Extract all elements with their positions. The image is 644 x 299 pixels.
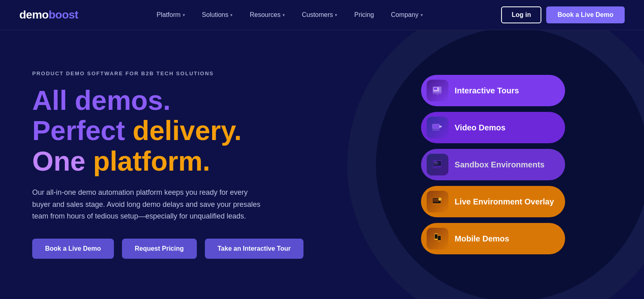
svg-rect-17 xyxy=(433,198,439,202)
hero-description: Our all-in-one demo automation platform … xyxy=(32,187,266,223)
hero-right: Interactive Tours Video Demos xyxy=(354,30,644,299)
demo-card-live-overlay[interactable]: ! Live Environment Overlay xyxy=(421,186,566,217)
logo-demo: demo xyxy=(19,8,49,21)
nav-platform[interactable]: Platform ▾ xyxy=(150,8,192,22)
svg-rect-25 xyxy=(438,236,441,240)
hero-heading: All demos. Perfect delivery. One platfor… xyxy=(32,86,322,177)
svg-point-26 xyxy=(439,241,440,241)
nav-company[interactable]: Company ▾ xyxy=(384,8,429,22)
hero-section: PRODUCT DEMO SOFTWARE FOR B2B TECH SOLUT… xyxy=(0,30,644,299)
svg-rect-2 xyxy=(434,88,437,90)
nav-links: Platform ▾ Solutions ▾ Resources ▾ Custo… xyxy=(150,8,429,22)
demo-card-interactive-tours[interactable]: Interactive Tours xyxy=(421,75,566,106)
demo-card-sandbox[interactable]: Sandbox Environments xyxy=(421,149,566,180)
logo-boost: boost xyxy=(49,8,78,21)
chevron-down-icon: ▾ xyxy=(283,12,285,18)
heading-line-1: All demos. xyxy=(32,86,322,115)
video-demos-label: Video Demos xyxy=(455,123,506,132)
mobile-demos-icon xyxy=(427,228,448,250)
svg-rect-8 xyxy=(432,130,440,130)
nav-customers[interactable]: Customers ▾ xyxy=(295,8,344,22)
nav-solutions[interactable]: Solutions ▾ xyxy=(196,8,239,22)
hero-cta-buttons: Book a Live Demo Request Pricing Take an… xyxy=(32,239,322,259)
chevron-down-icon: ▾ xyxy=(421,12,423,18)
svg-rect-14 xyxy=(433,167,442,168)
interactive-tours-icon xyxy=(427,80,448,101)
hero-left: PRODUCT DEMO SOFTWARE FOR B2B TECH SOLUT… xyxy=(0,30,354,299)
request-pricing-button[interactable]: Request Pricing xyxy=(122,239,197,259)
sandbox-icon xyxy=(427,154,448,175)
interactive-tour-button[interactable]: Take an Interactive Tour xyxy=(205,239,304,259)
svg-point-23 xyxy=(436,239,436,240)
logo[interactable]: demoboost xyxy=(19,8,78,21)
eyebrow-text: PRODUCT DEMO SOFTWARE FOR B2B TECH SOLUT… xyxy=(32,70,322,76)
demo-card-mobile-demos[interactable]: Mobile Demos xyxy=(421,223,566,254)
live-overlay-label: Live Environment Overlay xyxy=(455,197,554,206)
chevron-down-icon: ▾ xyxy=(183,12,185,18)
heading-line-2: Perfect delivery. xyxy=(32,116,322,145)
sandbox-label: Sandbox Environments xyxy=(455,160,545,169)
demo-cards-list: Interactive Tours Video Demos xyxy=(421,75,566,254)
live-overlay-icon: ! xyxy=(427,191,448,212)
svg-rect-22 xyxy=(435,234,438,239)
chevron-down-icon: ▾ xyxy=(230,12,233,18)
svg-marker-4 xyxy=(436,94,439,95)
login-button[interactable]: Log in xyxy=(501,6,541,23)
svg-rect-11 xyxy=(433,161,437,162)
svg-rect-13 xyxy=(433,164,438,165)
navbar: demoboost Platform ▾ Solutions ▾ Resourc… xyxy=(0,0,644,30)
mobile-demos-label: Mobile Demos xyxy=(455,234,510,243)
heading-line-3: One platform. xyxy=(32,147,322,175)
svg-rect-20 xyxy=(432,204,441,205)
nav-pricing[interactable]: Pricing xyxy=(348,8,380,22)
svg-rect-6 xyxy=(433,124,439,128)
svg-marker-7 xyxy=(440,125,442,128)
nav-resources[interactable]: Resources ▾ xyxy=(243,8,291,22)
book-live-demo-button[interactable]: Book a Live Demo xyxy=(32,239,114,259)
video-demos-icon xyxy=(427,117,448,138)
demo-card-video-demos[interactable]: Video Demos xyxy=(421,112,566,143)
chevron-down-icon: ▾ xyxy=(335,12,337,18)
book-demo-nav-button[interactable]: Book a Live Demo xyxy=(546,6,625,23)
svg-rect-12 xyxy=(433,163,438,163)
nav-actions: Log in Book a Live Demo xyxy=(501,6,625,23)
interactive-tours-label: Interactive Tours xyxy=(455,86,519,95)
